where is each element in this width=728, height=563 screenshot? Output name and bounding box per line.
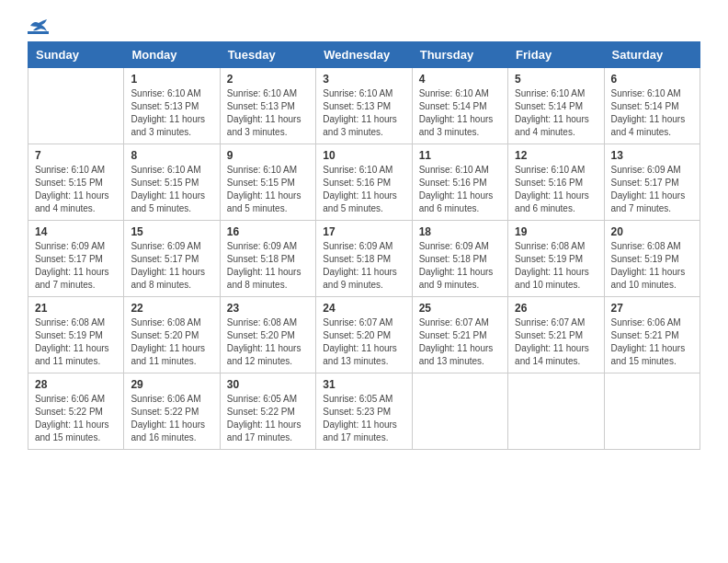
- day-info: Sunrise: 6:07 AM Sunset: 5:20 PM Dayligh…: [323, 316, 404, 368]
- day-number: 23: [227, 302, 309, 315]
- calendar-cell: 9Sunrise: 6:10 AM Sunset: 5:15 PM Daylig…: [220, 144, 315, 221]
- calendar-cell: 6Sunrise: 6:10 AM Sunset: 5:14 PM Daylig…: [604, 68, 700, 144]
- day-info: Sunrise: 6:05 AM Sunset: 5:22 PM Dayligh…: [227, 393, 309, 444]
- day-number: 26: [515, 302, 597, 315]
- calendar-cell: 5Sunrise: 6:10 AM Sunset: 5:14 PM Daylig…: [508, 68, 604, 144]
- day-number: 7: [35, 149, 117, 162]
- day-number: 5: [515, 73, 597, 86]
- day-number: 16: [227, 225, 309, 238]
- day-number: 19: [515, 225, 597, 238]
- day-info: Sunrise: 6:10 AM Sunset: 5:14 PM Dayligh…: [419, 87, 501, 139]
- day-info: Sunrise: 6:10 AM Sunset: 5:13 PM Dayligh…: [323, 87, 404, 139]
- calendar-week-1: 1Sunrise: 6:10 AM Sunset: 5:13 PM Daylig…: [28, 68, 700, 144]
- calendar-cell: 28Sunrise: 6:06 AM Sunset: 5:22 PM Dayli…: [28, 373, 124, 450]
- day-info: Sunrise: 6:09 AM Sunset: 5:18 PM Dayligh…: [419, 240, 501, 292]
- calendar-cell: 14Sunrise: 6:09 AM Sunset: 5:17 PM Dayli…: [28, 221, 124, 297]
- day-info: Sunrise: 6:10 AM Sunset: 5:14 PM Dayligh…: [515, 87, 597, 139]
- calendar-cell: 26Sunrise: 6:07 AM Sunset: 5:21 PM Dayli…: [508, 297, 604, 373]
- header-cell-sunday: Sunday: [28, 42, 124, 68]
- day-number: 31: [323, 378, 404, 391]
- day-info: Sunrise: 6:10 AM Sunset: 5:16 PM Dayligh…: [323, 164, 404, 215]
- day-info: Sunrise: 6:08 AM Sunset: 5:20 PM Dayligh…: [131, 316, 212, 368]
- day-number: 24: [323, 302, 404, 315]
- calendar-cell: 7Sunrise: 6:10 AM Sunset: 5:15 PM Daylig…: [28, 144, 124, 221]
- day-info: Sunrise: 6:08 AM Sunset: 5:20 PM Dayligh…: [227, 316, 309, 368]
- day-info: Sunrise: 6:09 AM Sunset: 5:17 PM Dayligh…: [35, 240, 117, 292]
- day-info: Sunrise: 6:10 AM Sunset: 5:16 PM Dayligh…: [515, 164, 597, 215]
- day-number: 30: [227, 378, 309, 391]
- day-info: Sunrise: 6:10 AM Sunset: 5:15 PM Dayligh…: [35, 164, 117, 215]
- day-number: 21: [35, 302, 117, 315]
- day-info: Sunrise: 6:10 AM Sunset: 5:14 PM Dayligh…: [611, 87, 693, 139]
- calendar-cell: 13Sunrise: 6:09 AM Sunset: 5:17 PM Dayli…: [604, 144, 700, 221]
- calendar-week-2: 7Sunrise: 6:10 AM Sunset: 5:15 PM Daylig…: [28, 144, 700, 221]
- calendar-cell: 16Sunrise: 6:09 AM Sunset: 5:18 PM Dayli…: [220, 221, 315, 297]
- calendar-cell: 3Sunrise: 6:10 AM Sunset: 5:13 PM Daylig…: [316, 68, 412, 144]
- day-number: 10: [323, 149, 404, 162]
- day-number: 12: [515, 149, 597, 162]
- day-info: Sunrise: 6:09 AM Sunset: 5:17 PM Dayligh…: [131, 240, 212, 292]
- calendar-cell: 11Sunrise: 6:10 AM Sunset: 5:16 PM Dayli…: [412, 144, 507, 221]
- day-info: Sunrise: 6:07 AM Sunset: 5:21 PM Dayligh…: [515, 316, 597, 368]
- calendar-header: SundayMondayTuesdayWednesdayThursdayFrid…: [28, 42, 700, 68]
- day-info: Sunrise: 6:09 AM Sunset: 5:18 PM Dayligh…: [227, 240, 309, 292]
- day-info: Sunrise: 6:09 AM Sunset: 5:18 PM Dayligh…: [323, 240, 404, 292]
- day-info: Sunrise: 6:05 AM Sunset: 5:23 PM Dayligh…: [323, 393, 404, 444]
- calendar-cell: [28, 68, 124, 144]
- calendar-cell: 4Sunrise: 6:10 AM Sunset: 5:14 PM Daylig…: [412, 68, 507, 144]
- header-row: SundayMondayTuesdayWednesdayThursdayFrid…: [28, 42, 700, 68]
- calendar-cell: 15Sunrise: 6:09 AM Sunset: 5:17 PM Dayli…: [124, 221, 220, 297]
- calendar-cell: 2Sunrise: 6:10 AM Sunset: 5:13 PM Daylig…: [220, 68, 315, 144]
- day-info: Sunrise: 6:06 AM Sunset: 5:22 PM Dayligh…: [35, 393, 117, 444]
- header-cell-friday: Friday: [508, 42, 604, 68]
- day-number: 1: [131, 73, 212, 86]
- logo-underline: [28, 31, 49, 34]
- calendar-cell: 31Sunrise: 6:05 AM Sunset: 5:23 PM Dayli…: [316, 373, 412, 450]
- day-info: Sunrise: 6:06 AM Sunset: 5:22 PM Dayligh…: [131, 393, 212, 444]
- calendar-cell: 22Sunrise: 6:08 AM Sunset: 5:20 PM Dayli…: [124, 297, 220, 373]
- day-info: Sunrise: 6:10 AM Sunset: 5:15 PM Dayligh…: [131, 164, 212, 215]
- day-info: Sunrise: 6:06 AM Sunset: 5:21 PM Dayligh…: [611, 316, 693, 368]
- calendar-cell: [604, 373, 700, 450]
- calendar-cell: 10Sunrise: 6:10 AM Sunset: 5:16 PM Dayli…: [316, 144, 412, 221]
- day-info: Sunrise: 6:10 AM Sunset: 5:13 PM Dayligh…: [131, 87, 212, 139]
- calendar-cell: 29Sunrise: 6:06 AM Sunset: 5:22 PM Dayli…: [124, 373, 220, 450]
- day-number: 25: [419, 302, 501, 315]
- calendar-cell: 27Sunrise: 6:06 AM Sunset: 5:21 PM Dayli…: [604, 297, 700, 373]
- day-info: Sunrise: 6:08 AM Sunset: 5:19 PM Dayligh…: [35, 316, 117, 368]
- header-cell-thursday: Thursday: [412, 42, 507, 68]
- day-number: 17: [323, 225, 404, 238]
- day-number: 27: [611, 302, 693, 315]
- calendar-cell: 30Sunrise: 6:05 AM Sunset: 5:22 PM Dayli…: [220, 373, 315, 450]
- day-info: Sunrise: 6:10 AM Sunset: 5:16 PM Dayligh…: [419, 164, 501, 215]
- header-cell-tuesday: Tuesday: [220, 42, 315, 68]
- day-number: 29: [131, 378, 212, 391]
- day-number: 8: [131, 149, 212, 162]
- calendar-week-5: 28Sunrise: 6:06 AM Sunset: 5:22 PM Dayli…: [28, 373, 700, 450]
- day-number: 3: [323, 73, 404, 86]
- calendar-cell: 8Sunrise: 6:10 AM Sunset: 5:15 PM Daylig…: [124, 144, 220, 221]
- day-number: 28: [35, 378, 117, 391]
- calendar-cell: 12Sunrise: 6:10 AM Sunset: 5:16 PM Dayli…: [508, 144, 604, 221]
- calendar-cell: 19Sunrise: 6:08 AM Sunset: 5:19 PM Dayli…: [508, 221, 604, 297]
- day-info: Sunrise: 6:09 AM Sunset: 5:17 PM Dayligh…: [611, 164, 693, 215]
- day-number: 14: [35, 225, 117, 238]
- calendar-cell: 21Sunrise: 6:08 AM Sunset: 5:19 PM Dayli…: [28, 297, 124, 373]
- day-info: Sunrise: 6:10 AM Sunset: 5:13 PM Dayligh…: [227, 87, 309, 139]
- day-number: 6: [611, 73, 693, 86]
- calendar-week-4: 21Sunrise: 6:08 AM Sunset: 5:19 PM Dayli…: [28, 297, 700, 373]
- calendar-table: SundayMondayTuesdayWednesdayThursdayFrid…: [28, 41, 700, 450]
- calendar-cell: 23Sunrise: 6:08 AM Sunset: 5:20 PM Dayli…: [220, 297, 315, 373]
- header: [28, 18, 700, 34]
- day-number: 22: [131, 302, 212, 315]
- day-number: 15: [131, 225, 212, 238]
- calendar-body: 1Sunrise: 6:10 AM Sunset: 5:13 PM Daylig…: [28, 68, 700, 450]
- calendar-cell: 20Sunrise: 6:08 AM Sunset: 5:19 PM Dayli…: [604, 221, 700, 297]
- day-number: 4: [419, 73, 501, 86]
- calendar-cell: 18Sunrise: 6:09 AM Sunset: 5:18 PM Dayli…: [412, 221, 507, 297]
- day-number: 20: [611, 225, 693, 238]
- day-number: 9: [227, 149, 309, 162]
- day-info: Sunrise: 6:07 AM Sunset: 5:21 PM Dayligh…: [419, 316, 501, 368]
- day-info: Sunrise: 6:08 AM Sunset: 5:19 PM Dayligh…: [515, 240, 597, 292]
- day-number: 18: [419, 225, 501, 238]
